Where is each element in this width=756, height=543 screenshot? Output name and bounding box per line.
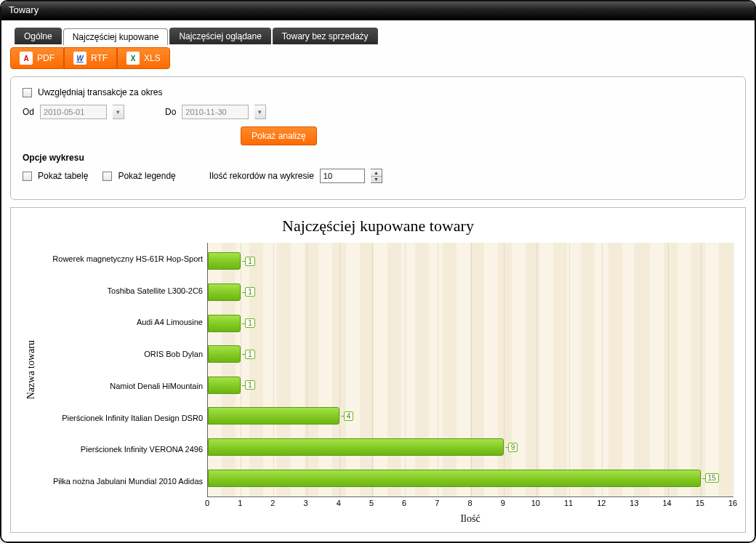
chart-title: Najczęściej kupowane towary (23, 217, 733, 236)
window-body: Ogólne Najczęściej kupowane Najczęściej … (1, 20, 755, 542)
x-tick-label: 9 (501, 499, 505, 507)
show-analysis-button[interactable]: Pokaż analizę (241, 126, 317, 145)
bar-row: 1 (208, 345, 733, 363)
chart-panel: Najczęściej kupowane towary Nazwa towaru… (10, 207, 746, 533)
export-pdf-button[interactable]: A PDF (10, 47, 64, 69)
date-to-dropdown-icon[interactable]: ▾ (254, 105, 266, 119)
spinner-up-icon[interactable]: ▲ (371, 169, 382, 177)
export-xls-button[interactable]: X XLS (117, 47, 170, 69)
x-tick-label: 8 (467, 499, 472, 507)
tab-most-bought[interactable]: Najczęściej kupowane (63, 28, 169, 45)
y-axis-ticks: Rowerek magnetyczny HS-61R Hop-SportTosh… (40, 243, 207, 497)
bar (208, 377, 241, 394)
bar-value-label: 1 (245, 350, 255, 359)
x-tick-label: 11 (564, 499, 573, 507)
include-transactions-label: Uwzględniaj transakcje za okres (38, 87, 162, 97)
chart-options-title: Opcje wykresu (23, 153, 733, 163)
y-tick-label: Namiot Denali HiMountain (40, 382, 203, 390)
export-toolbar: A PDF W RTF X XLS (10, 47, 746, 69)
bar (208, 345, 241, 363)
show-table-checkbox[interactable] (23, 172, 32, 181)
x-tick-label: 7 (435, 499, 439, 507)
date-to-label: Do (165, 107, 176, 117)
bar (208, 252, 241, 270)
rtf-icon: W (73, 52, 87, 65)
date-to-input[interactable]: 2010-11-30 (182, 105, 249, 119)
spinner-down-icon[interactable]: ▼ (371, 177, 382, 183)
show-legend-label: Pokaż legendę (118, 171, 175, 181)
export-pdf-label: PDF (37, 53, 55, 63)
x-tick-label: 3 (304, 499, 308, 507)
bar-row: 1 (208, 283, 733, 302)
date-from-label: Od (23, 107, 34, 117)
bar-row: 1 (208, 376, 733, 395)
xls-icon: X (126, 52, 140, 65)
tab-general[interactable]: Ogólne (15, 28, 62, 44)
x-tick-label: 10 (531, 499, 540, 507)
bar (208, 283, 241, 301)
pdf-icon: A (20, 52, 33, 65)
bar (208, 315, 241, 332)
x-tick-label: 13 (630, 499, 638, 507)
y-tick-label: Toshiba Satellite L300-2C6 (40, 286, 203, 295)
y-axis-label: Nazwa towaru (23, 340, 40, 399)
date-from-input[interactable]: 2010-05-01 (40, 105, 107, 119)
window-title: Towary (1, 1, 755, 20)
bar-value-label: 1 (245, 287, 255, 297)
window-frame: Towary Ogólne Najczęściej kupowane Najcz… (0, 0, 756, 543)
bar-value-label: 9 (508, 443, 518, 452)
bar-row: 4 (208, 406, 733, 425)
x-tick-label: 12 (597, 499, 606, 507)
x-tick-label: 0 (205, 499, 209, 507)
options-panel: Uwzględniaj transakcje za okres Od 2010-… (10, 76, 746, 200)
bar (208, 438, 504, 456)
x-tick-label: 1 (238, 499, 242, 507)
records-count-spinner[interactable]: ▲▼ (371, 169, 382, 183)
bar-row: 1 (208, 314, 733, 333)
x-tick-label: 15 (696, 499, 704, 507)
x-axis-label: Ilość (207, 513, 733, 525)
bar-value-label: 4 (344, 411, 354, 421)
records-count-input[interactable]: 10 (320, 169, 365, 183)
bar-value-label: 1 (245, 318, 255, 328)
x-tick-label: 2 (270, 499, 275, 507)
tabstrip: Ogólne Najczęściej kupowane Najczęściej … (10, 28, 746, 44)
y-tick-label: Pierścionek Infinity VERONA 2496 (40, 445, 203, 454)
x-tick-label: 5 (369, 499, 374, 507)
y-tick-label: ORIS Bob Dylan (40, 350, 203, 358)
show-legend-checkbox[interactable] (102, 172, 112, 181)
bar-value-label: 1 (245, 257, 255, 266)
bar-row: 1 (208, 252, 733, 270)
tab-most-viewed[interactable]: Najczęściej oglądane (169, 28, 270, 44)
records-count-label: Ilość rekordów na wykresie (209, 171, 314, 181)
date-from-dropdown-icon[interactable]: ▾ (113, 105, 124, 119)
x-tick-label: 16 (728, 499, 737, 507)
tab-no-sales[interactable]: Towary bez sprzedaży (273, 28, 378, 44)
bar-value-label: 1 (245, 380, 255, 390)
export-xls-label: XLS (144, 53, 161, 63)
x-tick-label: 4 (337, 499, 341, 507)
bar-value-label: 15 (705, 473, 719, 483)
bar (208, 407, 339, 425)
y-tick-label: Pierścionek Infinity Italian Design DSR0 (40, 414, 203, 422)
chart-plot: 111114915 (207, 243, 733, 497)
x-tick-label: 14 (663, 499, 672, 507)
chart-area: Nazwa towaru Rowerek magnetyczny HS-61R … (23, 243, 733, 497)
show-table-label: Pokaż tabelę (38, 171, 88, 181)
include-transactions-checkbox[interactable] (23, 88, 32, 97)
y-tick-label: Audi A4 Limousine (40, 318, 203, 326)
x-tick-label: 6 (402, 499, 406, 507)
bar-row: 15 (208, 469, 733, 488)
x-axis-ticks: 012345678910111213141516 (207, 497, 733, 509)
y-tick-label: Piłka nożna Jabulani Mundial 2010 Adidas (40, 477, 203, 486)
bar-row: 9 (208, 438, 733, 456)
export-rtf-button[interactable]: W RTF (64, 47, 117, 69)
bar (208, 470, 701, 487)
export-rtf-label: RTF (91, 53, 108, 63)
y-tick-label: Rowerek magnetyczny HS-61R Hop-Sport (40, 254, 203, 263)
